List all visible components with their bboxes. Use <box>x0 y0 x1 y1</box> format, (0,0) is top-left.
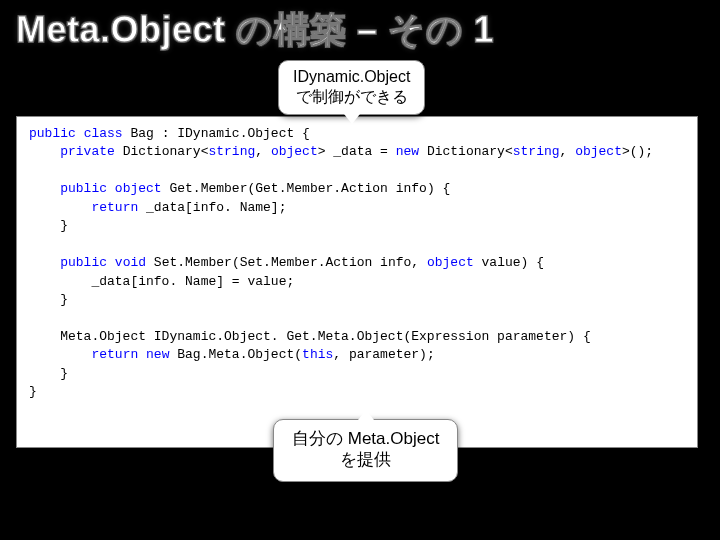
code-text: } <box>29 292 68 307</box>
kw-public: public <box>60 181 107 196</box>
kw-object: object <box>575 144 622 159</box>
code-text: Bag : IDynamic.Object { <box>123 126 310 141</box>
kw-return: return <box>91 200 138 215</box>
code-text: Meta.Object IDynamic.Object. Get.Meta.Ob… <box>29 329 591 344</box>
code-text: } <box>29 384 37 399</box>
indent <box>29 144 60 159</box>
callout-top: IDynamic.Object で制御ができる <box>278 60 425 115</box>
kw-void: void <box>115 255 146 270</box>
kw-new: new <box>396 144 419 159</box>
code-text: value) { <box>474 255 544 270</box>
code-text: Set.Member(Set.Member.Action info, <box>146 255 427 270</box>
callout-top-line1: IDynamic.Object <box>293 67 410 87</box>
kw-public: public <box>60 255 107 270</box>
slide-title: Meta.Object の構築 – その 1 <box>16 6 494 55</box>
code-text: Dictionary< <box>115 144 209 159</box>
callout-bottom-line1: 自分の Meta.Object <box>292 428 439 449</box>
code-text: Get.Member(Get.Member.Action info) { <box>162 181 451 196</box>
indent <box>29 181 60 196</box>
indent <box>29 255 60 270</box>
code-text: } <box>29 218 68 233</box>
kw-object: object <box>115 181 162 196</box>
indent <box>29 200 91 215</box>
code-block: public class Bag : IDynamic.Object { pri… <box>16 116 698 448</box>
code-text: Bag.Meta.Object( <box>169 347 302 362</box>
code-text: _data[info. Name] = value; <box>29 274 294 289</box>
code-text: >(); <box>622 144 653 159</box>
indent <box>29 347 91 362</box>
callout-bottom-line2: を提供 <box>292 449 439 470</box>
kw-object: object <box>271 144 318 159</box>
code-text: _data[info. Name]; <box>138 200 286 215</box>
kw-string: string <box>513 144 560 159</box>
code-text: , parameter); <box>333 347 434 362</box>
kw-string: string <box>208 144 255 159</box>
kw-public: public <box>29 126 76 141</box>
code-text: , <box>560 144 576 159</box>
code-text: Dictionary< <box>419 144 513 159</box>
kw-class: class <box>84 126 123 141</box>
code-text: > _data = <box>318 144 396 159</box>
kw-object: object <box>427 255 474 270</box>
kw-this: this <box>302 347 333 362</box>
code-text: } <box>29 366 68 381</box>
kw-new: new <box>146 347 169 362</box>
code-text: , <box>255 144 271 159</box>
callout-bottom: 自分の Meta.Object を提供 <box>273 419 458 482</box>
kw-private: private <box>60 144 115 159</box>
kw-return: return <box>91 347 138 362</box>
callout-top-line2: で制御ができる <box>293 87 410 107</box>
